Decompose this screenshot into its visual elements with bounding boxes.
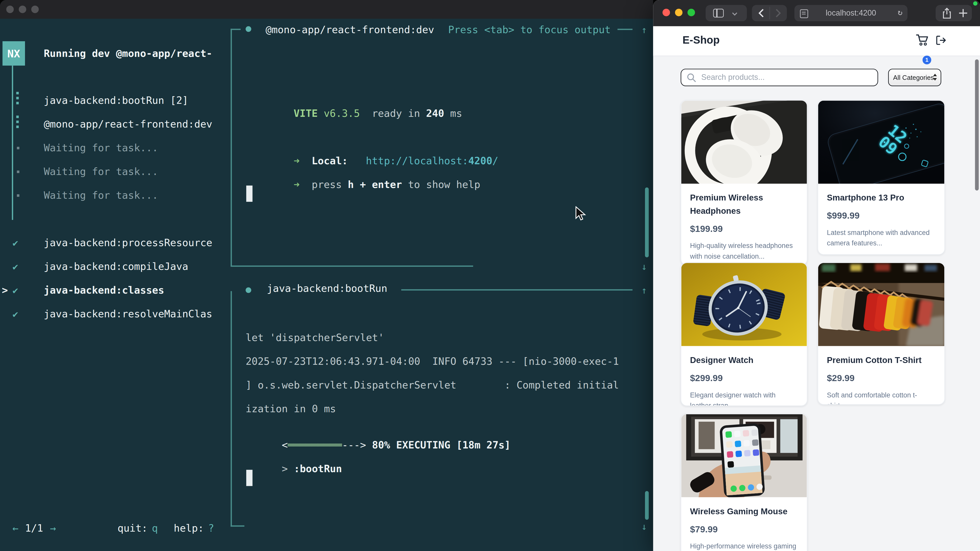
nx-logo: NX bbox=[3, 41, 25, 66]
output-task-title: @mono-app/react-frontend:dev bbox=[266, 24, 434, 36]
window-zoom-icon[interactable] bbox=[687, 9, 695, 16]
product-name: Premium Cotton T-Shirt bbox=[827, 354, 935, 367]
check-icon: ✔ bbox=[13, 237, 18, 249]
gradle-task-line: >:bootRun bbox=[245, 451, 342, 488]
address-bar[interactable]: localhost:4200 ↻ bbox=[794, 5, 907, 21]
product-description: Latest smartphone with advanced camera f… bbox=[827, 227, 935, 248]
prompt-arrow-icon: ➜ bbox=[294, 155, 300, 167]
terminal-titlebar[interactable] bbox=[0, 0, 653, 19]
back-icon[interactable] bbox=[757, 8, 765, 18]
focus-hint: Press <tab> to focus output bbox=[448, 24, 611, 36]
scroll-down-icon[interactable]: ↓ bbox=[641, 260, 647, 273]
window-close-icon[interactable] bbox=[6, 6, 14, 13]
header-rule bbox=[617, 29, 633, 30]
task-label: Waiting for task... bbox=[44, 189, 158, 202]
check-icon: ✔ bbox=[13, 308, 18, 321]
pager-left-icon[interactable]: ← bbox=[13, 522, 19, 535]
spinner-icon bbox=[16, 116, 19, 130]
task-row-running[interactable]: java-backend:bootRun [2] bbox=[0, 94, 230, 107]
localhost-link[interactable]: http://localhost:4200/ bbox=[366, 155, 498, 167]
mouse-cursor bbox=[575, 206, 586, 221]
task-row-waiting[interactable]: Waiting for task... bbox=[0, 165, 230, 178]
status-dot-icon bbox=[973, 1, 977, 6]
category-select[interactable]: All Categories bbox=[888, 68, 941, 86]
product-price: $299.99 bbox=[690, 373, 798, 383]
page-scrollbar-thumb[interactable] bbox=[975, 59, 979, 191]
task-label: java-backend:compileJava bbox=[44, 260, 188, 273]
pending-dot-icon bbox=[17, 147, 19, 149]
task-label: java-backend:processResource bbox=[44, 237, 212, 249]
product-description: Elegant designer watch with leather stra… bbox=[690, 390, 798, 406]
task-row-waiting[interactable]: Waiting for task... bbox=[0, 189, 230, 202]
task-label: java-backend:resolveMainClas bbox=[44, 308, 212, 321]
product-card[interactable]: 12 09 12 09 Smartphone 13 Pro bbox=[818, 100, 945, 255]
pending-dot-icon bbox=[17, 194, 19, 197]
product-name: Wireless Gaming Mouse bbox=[690, 505, 798, 518]
window-minimize-icon[interactable] bbox=[19, 6, 26, 13]
quit-hint-label: quit: bbox=[118, 522, 148, 535]
safari-toolbar[interactable]: localhost:4200 ↻ bbox=[653, 0, 980, 26]
panel-border bbox=[231, 29, 241, 30]
search-input[interactable] bbox=[700, 70, 874, 85]
help-hint-label: help: bbox=[174, 522, 204, 535]
product-image-watch bbox=[681, 263, 807, 346]
task-row-done[interactable]: ✔ java-backend:processResource bbox=[0, 237, 230, 249]
select-arrows-icon bbox=[933, 74, 937, 80]
pager-right-icon[interactable]: → bbox=[50, 522, 56, 535]
log-line: let 'dispatcherServlet' bbox=[245, 332, 384, 344]
cart-button[interactable] bbox=[916, 33, 929, 47]
header-rule bbox=[401, 289, 632, 291]
product-card[interactable]: Premium Wireless Headphones $199.99 High… bbox=[681, 100, 808, 265]
terminal-cursor bbox=[246, 470, 252, 486]
scroll-up-icon[interactable]: ↑ bbox=[641, 24, 647, 36]
task-row-done[interactable]: ✔ java-backend:compileJava bbox=[0, 260, 230, 273]
scroll-up-icon[interactable]: ↑ bbox=[641, 284, 647, 297]
terminal-cursor bbox=[246, 186, 252, 202]
task-label: java-backend:classes bbox=[44, 284, 164, 297]
spinner-icon bbox=[16, 92, 19, 107]
log-line: ] o.s.web.servlet.DispatcherServlet : Co… bbox=[245, 380, 619, 392]
nav-divider bbox=[770, 7, 770, 19]
product-price: $29.99 bbox=[827, 373, 935, 383]
task-label: Waiting for task... bbox=[44, 165, 158, 178]
task-row-done[interactable]: ✔ java-backend:resolveMainClas bbox=[0, 308, 230, 321]
sidebar-button[interactable] bbox=[706, 5, 747, 21]
scroll-down-icon[interactable]: ↓ bbox=[641, 520, 647, 533]
terminal-scrollbar-thumb[interactable] bbox=[645, 187, 649, 257]
product-description: High-quality wireless headphones with no… bbox=[690, 241, 798, 261]
cart-count-badge: 1 bbox=[923, 56, 931, 64]
product-card[interactable]: Wireless Gaming Mouse $79.99 High-perfor… bbox=[681, 413, 808, 551]
window-zoom-icon[interactable] bbox=[31, 6, 38, 13]
terminal-heading: Running dev @mono-app/react- bbox=[44, 48, 212, 60]
product-price: $999.99 bbox=[827, 210, 935, 221]
task-row-running[interactable]: @mono-app/react-frontend:dev bbox=[0, 118, 230, 130]
new-tab-icon[interactable] bbox=[958, 8, 968, 18]
prompt-arrow-icon: ➜ bbox=[294, 179, 300, 191]
reload-icon[interactable]: ↻ bbox=[897, 7, 902, 17]
panel-border bbox=[231, 29, 232, 266]
check-icon: ✔ bbox=[13, 260, 18, 273]
window-minimize-icon[interactable] bbox=[675, 9, 682, 16]
address-url: localhost:4200 bbox=[794, 9, 907, 17]
panel-border bbox=[231, 291, 232, 527]
product-card[interactable]: Designer Watch $299.99 Elegant designer … bbox=[681, 262, 808, 406]
window-close-icon[interactable] bbox=[662, 9, 670, 16]
terminal-scrollbar-thumb[interactable] bbox=[645, 491, 649, 520]
task-row-waiting[interactable]: Waiting for task... bbox=[0, 142, 230, 154]
product-name: Premium Wireless Headphones bbox=[690, 191, 798, 218]
shop-header: E-Shop 1 bbox=[653, 26, 980, 56]
selection-pointer-icon: > bbox=[2, 284, 8, 297]
product-image-mouse bbox=[681, 414, 807, 497]
forward-icon[interactable] bbox=[774, 8, 782, 18]
task-label: Waiting for task... bbox=[44, 142, 158, 154]
product-card[interactable]: Premium Cotton T-Shirt $29.99 Soft and c… bbox=[818, 262, 945, 405]
product-name: Smartphone 13 Pro bbox=[827, 191, 935, 204]
vite-help-line: ➜pressh + enterto show help bbox=[258, 166, 480, 203]
sidebar-icon bbox=[713, 9, 724, 17]
chevron-down-icon bbox=[732, 11, 738, 17]
share-icon[interactable] bbox=[941, 7, 953, 19]
task-row-done-selected[interactable]: > ✔ java-backend:classes bbox=[0, 284, 230, 297]
safari-window: localhost:4200 ↻ E-Shop 1 bbox=[653, 0, 980, 551]
logout-button[interactable] bbox=[935, 35, 946, 46]
toolbar-action-group bbox=[935, 5, 972, 21]
